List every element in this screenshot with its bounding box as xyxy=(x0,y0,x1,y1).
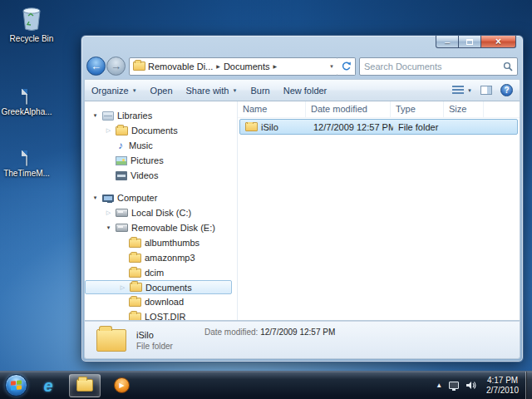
maximize-icon xyxy=(466,39,473,45)
file-row-isilo[interactable]: iSilo 12/7/2009 12:57 PM File folder xyxy=(239,119,518,135)
selected-folder-icon xyxy=(96,329,126,352)
sidebar-item-libraries[interactable]: ▾ Libraries xyxy=(85,108,237,123)
sidebar-item-amazonmp3[interactable]: amazonmp3 xyxy=(85,250,237,265)
address-dropdown-icon[interactable]: ▼ xyxy=(329,64,334,69)
caption-buttons: – × xyxy=(436,36,516,48)
breadcrumb-segment-drive[interactable]: Removable Di... xyxy=(148,62,213,71)
desktop-icon-thetimem[interactable]: TheTimeM... xyxy=(0,151,53,178)
column-header-name[interactable]: Name xyxy=(238,101,306,117)
sidebar-label: amazonmp3 xyxy=(145,253,195,263)
sidebar-item-computer[interactable]: ▾ Computer xyxy=(85,190,237,205)
sidebar-item-dcim[interactable]: dcim xyxy=(85,265,237,280)
sidebar-item-documents-selected[interactable]: ▷ Documents xyxy=(85,280,232,294)
show-desktop-button[interactable] xyxy=(525,372,532,399)
expander-icon[interactable]: ▷ xyxy=(119,284,126,291)
details-name-block: iSilo File folder xyxy=(136,330,173,351)
column-header-size[interactable]: Size xyxy=(444,101,484,117)
search-box[interactable] xyxy=(359,57,518,76)
preview-pane-button[interactable] xyxy=(480,86,492,95)
close-button[interactable]: × xyxy=(481,36,516,48)
taskbar: e ▶ ▲ 4:17 PM 2/7/2010 xyxy=(0,371,532,399)
folder-icon xyxy=(130,283,142,292)
desktop-icon-label: TheTimeM... xyxy=(0,169,53,178)
expander-icon[interactable]: ▾ xyxy=(91,195,99,201)
new-folder-button[interactable]: New folder xyxy=(283,86,328,96)
location-folder-icon xyxy=(133,62,145,71)
refresh-icon xyxy=(341,61,352,71)
back-button[interactable]: ← xyxy=(86,57,106,76)
music-icon: ♪ xyxy=(116,141,126,150)
new-folder-label: New folder xyxy=(283,86,328,96)
search-icon[interactable] xyxy=(503,62,513,71)
sidebar-label: LOST.DIR xyxy=(145,312,186,320)
desktop-icon-recycle-bin[interactable]: Recycle Bin xyxy=(5,5,58,43)
column-header-type[interactable]: Type xyxy=(391,101,444,117)
explorer-window: – × ← → Removable Di... ▶ Documents ▶ ▼ xyxy=(81,35,524,362)
taskbar-media-player-button[interactable]: ▶ xyxy=(106,374,137,397)
removable-disk-icon xyxy=(116,224,128,232)
sidebar-item-music[interactable]: ♪ Music xyxy=(85,138,237,153)
show-hidden-icons-button[interactable]: ▲ xyxy=(436,382,442,389)
sidebar-item-removable-disk-e[interactable]: ▾ Removable Disk (E:) xyxy=(85,220,237,235)
organize-button[interactable]: Organize ▼ xyxy=(91,86,137,96)
open-button[interactable]: Open xyxy=(150,86,173,96)
desktop-icon-label: Recycle Bin xyxy=(5,34,58,43)
toolbar-right-group: ▼ ? xyxy=(452,84,513,96)
file-type-cell: File folder xyxy=(393,122,446,132)
minimize-button[interactable]: – xyxy=(436,36,459,48)
clock-date: 2/7/2010 xyxy=(486,386,519,396)
folder-icon xyxy=(129,298,141,307)
taskbar-ie-button[interactable]: e xyxy=(32,374,64,397)
play-icon: ▶ xyxy=(119,382,124,389)
system-tray: ▲ 4:17 PM 2/7/2010 xyxy=(436,372,522,399)
expander-icon[interactable]: ▷ xyxy=(105,209,112,216)
maximize-button[interactable] xyxy=(459,36,481,48)
column-header-date-modified[interactable]: Date modified xyxy=(306,101,391,117)
sidebar-label: albumthumbs xyxy=(145,238,200,248)
share-with-button[interactable]: Share with ▼ xyxy=(186,86,238,96)
sidebar-label: Videos xyxy=(131,170,158,180)
network-icon[interactable] xyxy=(449,382,459,389)
organize-label: Organize xyxy=(91,86,129,96)
explorer-icon xyxy=(76,379,93,392)
windows-logo-icon xyxy=(11,380,22,391)
sidebar-item-download[interactable]: download xyxy=(85,294,237,309)
volume-icon[interactable] xyxy=(466,381,476,390)
sidebar-item-lost-dir[interactable]: LOST.DIR xyxy=(85,309,237,320)
burn-button[interactable]: Burn xyxy=(250,86,269,96)
refresh-button[interactable] xyxy=(337,57,356,76)
expander-icon[interactable]: ▾ xyxy=(105,224,112,231)
sidebar-item-local-disk-c[interactable]: ▷ Local Disk (C:) xyxy=(85,205,237,220)
clock-time: 4:17 PM xyxy=(486,376,519,386)
sidebar-item-albumthumbs[interactable]: albumthumbs xyxy=(85,235,237,250)
sidebar-label: Removable Disk (E:) xyxy=(131,223,215,233)
details-date-value: 12/7/2009 12:57 PM xyxy=(260,328,335,337)
sidebar-item-videos[interactable]: Videos xyxy=(85,168,237,183)
titlebar[interactable]: – × xyxy=(84,36,520,53)
sidebar-item-pictures[interactable]: Pictures xyxy=(85,153,237,168)
search-input[interactable] xyxy=(364,62,503,71)
sidebar-item-documents-library[interactable]: ▷ Documents xyxy=(85,123,237,138)
expander-icon[interactable]: ▾ xyxy=(91,112,99,119)
documents-library-icon xyxy=(116,126,128,135)
breadcrumb-segment-documents[interactable]: Documents xyxy=(224,62,270,71)
file-name: iSilo xyxy=(261,122,278,132)
breadcrumb-separator-icon[interactable]: ▶ xyxy=(215,63,221,69)
change-view-button[interactable]: ▼ xyxy=(452,86,472,95)
start-button[interactable] xyxy=(5,374,27,397)
column-headers: Name Date modified Type Size xyxy=(238,101,520,118)
forward-button[interactable]: → xyxy=(106,57,126,76)
chevron-down-icon: ▼ xyxy=(233,88,238,93)
help-button[interactable]: ? xyxy=(500,84,513,96)
tree-gap xyxy=(85,183,237,190)
back-icon: ← xyxy=(91,61,101,71)
taskbar-clock[interactable]: 4:17 PM 2/7/2010 xyxy=(483,376,522,396)
expander-icon[interactable]: ▷ xyxy=(105,127,112,134)
breadcrumb-separator-icon[interactable]: ▶ xyxy=(273,63,278,69)
taskbar-explorer-button[interactable] xyxy=(69,374,101,397)
details-name: iSilo xyxy=(136,330,173,340)
address-bar[interactable]: Removable Di... ▶ Documents ▶ ▼ xyxy=(129,57,338,76)
views-icon xyxy=(452,86,464,95)
desktop-icon-greekalpha[interactable]: GreekAlpha... xyxy=(0,90,53,116)
computer-icon xyxy=(102,195,114,202)
